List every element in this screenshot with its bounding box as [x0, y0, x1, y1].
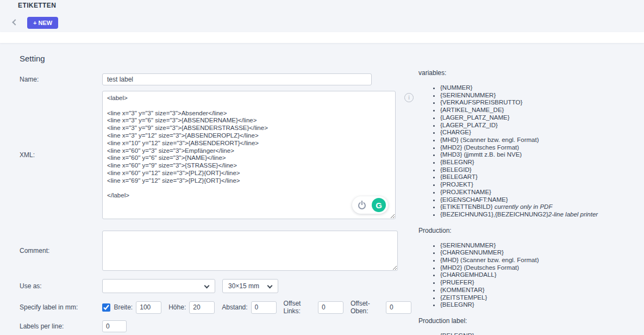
variable-item: {BEZEICHNUNG1},{BEZEICHNUNG2}2-line labe… — [440, 211, 644, 219]
production-label-list: {BELEGNR} {KOMMENTAR} — [418, 332, 644, 335]
use-as-row: Use as: 30×15 mm — [17, 279, 418, 293]
content: Setting Name: XML: <label> <line x="3" y… — [0, 43, 644, 335]
variable-item: {ZEITSTEMPEL} — [440, 294, 644, 302]
dimension-field: Offset Links: — [284, 300, 351, 315]
variable-item: {MHD} (Scanner bzw. engl. Format) — [440, 137, 644, 144]
variable-item: {ARTIKEL_NAME_DE} — [440, 107, 644, 114]
setting-heading: Setting — [20, 54, 418, 63]
chevron-down-icon — [204, 283, 210, 289]
variable-item: {ETIKETTENBILD} currently only in PDF — [440, 203, 644, 211]
settings-form: Setting Name: XML: <label> <line x="3" y… — [0, 43, 418, 335]
dimension-fields-list: Breite: Höhe: Abstand: — [114, 300, 418, 315]
labels-per-line-row: Labels per line: — [17, 320, 418, 332]
production-section: Production: {SERIENNUMMER} {CHARGENNUMME… — [418, 227, 644, 309]
chevron-down-icon — [267, 283, 273, 289]
grammarly-icon[interactable]: G — [372, 198, 386, 212]
dimension-field: Offset-Oben: — [351, 300, 418, 315]
variable-item: {MHD} (Scanner bzw. engl. Format) — [440, 257, 644, 264]
dimension-field-label: Abstand: — [222, 303, 247, 311]
variable-item: {LAGER_PLATZ_NAME} — [440, 114, 644, 122]
variable-item: {BELEGNR} — [440, 332, 644, 335]
chevron-left-icon — [12, 19, 18, 25]
dimension-field: Höhe: — [168, 301, 222, 314]
dimension-fields: Breite: Höhe: Abstand: — [102, 300, 418, 315]
variables-sidebar: variables: {NUMMER} {SERIENNUMMER} {VERK… — [418, 43, 644, 335]
comment-textarea[interactable] — [102, 231, 398, 271]
variable-item: {PRUEFER} — [440, 279, 644, 287]
dimension-field: Abstand: — [222, 301, 283, 314]
variable-item: {CHARGEMHDALL} — [440, 271, 644, 279]
variable-item: {KOMMENTAR} — [440, 287, 644, 294]
variable-item: {SERIENNUMMER} — [440, 242, 644, 250]
dimension-field-label: Höhe: — [168, 303, 186, 311]
dimension-field-input[interactable] — [318, 301, 343, 314]
comment-label: Comment: — [17, 247, 102, 255]
variables-section: variables: {NUMMER} {SERIENNUMMER} {VERK… — [418, 69, 644, 219]
variable-item: {LAGER_PLATZ_ID} — [440, 122, 644, 129]
variable-item: {BELEGNR} — [440, 301, 644, 309]
xml-textarea[interactable]: <label> <line x="3" y="3" size="3">Absen… — [102, 91, 396, 219]
use-as-select[interactable] — [102, 279, 215, 293]
variable-item: {NUMMER} — [440, 84, 644, 92]
power-stem — [361, 201, 362, 205]
dimension-field-label: Offset-Oben: — [351, 300, 383, 315]
variable-item: {MHD2} (Deutsches Format) — [440, 264, 644, 272]
variable-item: {MHD3} (jjmmtt z.B. bei NVE) — [440, 151, 644, 159]
use-as-label: Use as: — [17, 282, 102, 290]
name-input[interactable] — [102, 73, 372, 85]
dimension-field-input[interactable] — [251, 301, 277, 314]
variables-heading: variables: — [418, 69, 644, 77]
variable-item: {SERIENNUMMER} — [440, 92, 644, 100]
variable-item: {MHD2} (Deutsches Format) — [440, 144, 644, 152]
dimensions-row: Specify label in mm: Breite: Höhe: — [17, 300, 418, 315]
variable-item: {PROJEKT} — [440, 181, 644, 189]
info-icon[interactable]: i — [404, 93, 414, 102]
labels-per-line-input[interactable] — [102, 320, 127, 332]
back-button[interactable] — [10, 18, 20, 28]
dimension-field: Breite: — [114, 301, 169, 314]
label-size-select[interactable]: 30×15 mm — [222, 279, 278, 293]
label-size-select-value: 30×15 mm — [228, 282, 259, 290]
variable-item: {BELEGID} — [440, 166, 644, 174]
comment-row: Comment: — [17, 231, 418, 271]
dimension-field-input[interactable] — [189, 301, 215, 314]
dimension-field-input[interactable] — [136, 301, 161, 314]
name-label: Name: — [17, 76, 102, 83]
production-label-heading: Production label: — [418, 317, 644, 325]
variable-item: {VERKAUFSPREISBRUTTO} — [440, 99, 644, 107]
grammarly-widget: G — [352, 196, 388, 214]
specify-mm-checkbox[interactable] — [102, 303, 110, 312]
variable-item: {PROJEKTNAME} — [440, 189, 644, 196]
variable-item: {CHARGE} — [440, 129, 644, 137]
dimension-field-label: Breite: — [114, 303, 133, 311]
page-title: ETIKETTEN — [18, 2, 56, 9]
dimension-field-label: Offset Links: — [284, 300, 315, 315]
production-heading: Production: — [418, 227, 644, 234]
variable-item: {BELEGART} — [440, 173, 644, 181]
labels-per-line-label: Labels per line: — [17, 322, 102, 330]
variables-list: {NUMMER} {SERIENNUMMER} {VERKAUFSPREISBR… — [418, 84, 644, 219]
variable-item: {CHARGENNUMMER} — [440, 249, 644, 257]
production-list: {SERIENNUMMER} {CHARGENNUMMER} {MHD} (Sc… — [418, 242, 644, 309]
production-label-section: Production label: {BELEGNR} {KOMMENTAR} — [418, 317, 644, 335]
variable-item: {BELEGNR} — [440, 159, 644, 166]
toolbar-band — [0, 32, 644, 43]
new-button[interactable]: + NEW — [27, 17, 58, 29]
xml-editor-wrap: <label> <line x="3" y="3" size="3">Absen… — [102, 91, 396, 219]
dimension-field-input[interactable] — [386, 301, 411, 314]
power-icon[interactable] — [358, 201, 367, 209]
xml-row: XML: <label> <line x="3" y="3" size="3">… — [17, 91, 418, 219]
name-row: Name: — [17, 73, 418, 85]
variable-item: {EIGENSCHAFT:NAME} — [440, 196, 644, 204]
xml-label: XML: — [17, 151, 102, 159]
dimensions-label: Specify label in mm: — [17, 303, 102, 311]
